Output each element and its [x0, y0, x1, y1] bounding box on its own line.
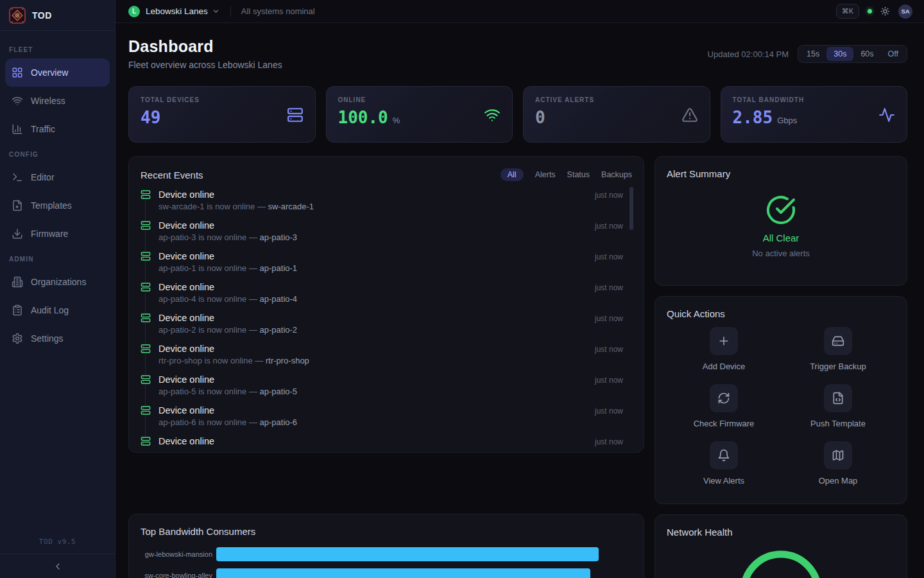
recent-events-panel: Recent Events All Alerts Status Backups — [128, 156, 644, 453]
app-version: TOD v9.5 — [0, 538, 115, 554]
stat-value: 2.85 — [733, 108, 773, 127]
gear-icon — [12, 333, 23, 344]
event-title: Device online — [158, 436, 214, 446]
refresh-icon — [710, 384, 738, 412]
nav-section-fleet: FLEET — [9, 46, 106, 53]
action-label: Open Map — [819, 476, 858, 486]
action-check-firmware[interactable]: Check Firmware — [667, 384, 781, 441]
terminal-icon — [12, 171, 23, 183]
refresh-option-15s[interactable]: 15s — [800, 47, 826, 61]
server-icon — [141, 374, 151, 385]
server-icon — [141, 436, 151, 446]
building-icon — [12, 276, 23, 288]
alert-status-text: All Clear — [763, 232, 800, 243]
stat-label: TOTAL BANDWIDTH — [733, 96, 896, 103]
chevron-down-icon — [212, 7, 220, 15]
event-detail: ap-patio-5 is now online — ap-patio-5 — [158, 387, 632, 396]
sidebar-item-label: Settings — [31, 333, 64, 344]
event-row[interactable]: Device onlinejust now — [141, 434, 632, 448]
event-time: just now — [595, 376, 632, 385]
sidebar-item-label: Audit Log — [31, 305, 69, 315]
event-row[interactable]: Device onlinejust now sw-arcade-1 is now… — [141, 187, 632, 218]
page-subtitle: Fleet overview across Lebowski Lanes — [128, 60, 282, 70]
event-row[interactable]: Device onlinejust now ap-patio-4 is now … — [141, 279, 632, 310]
server-icon — [141, 313, 151, 323]
content-grid: Recent Events All Alerts Status Backups — [128, 156, 907, 578]
event-title: Device online — [158, 313, 214, 323]
action-push-template[interactable]: Push Template — [781, 384, 895, 441]
events-tab-all[interactable]: All — [501, 168, 524, 181]
refresh-option-60s[interactable]: 60s — [853, 47, 880, 61]
sidebar-item-overview[interactable]: Overview — [5, 58, 110, 87]
stat-card-total-bandwidth: TOTAL BANDWIDTH 2.85 Gbps — [721, 86, 908, 143]
sidebar-item-wireless[interactable]: Wireless — [5, 87, 110, 115]
sidebar-item-templates[interactable]: Templates — [5, 191, 110, 220]
sun-icon[interactable] — [880, 6, 890, 16]
content-right-column: Alert Summary All Clear No active alerts… — [654, 156, 907, 578]
event-time: just now — [595, 407, 632, 416]
stat-card-active-alerts: ACTIVE ALERTS 0 — [523, 86, 710, 143]
server-icon — [287, 107, 304, 123]
refresh-option-off[interactable]: Off — [881, 47, 905, 61]
server-icon — [141, 405, 151, 416]
file-code-icon — [824, 384, 852, 412]
sidebar-item-label: Overview — [31, 67, 68, 78]
chevron-left-icon — [53, 561, 63, 572]
map-icon — [824, 441, 852, 469]
sidebar-collapse-button[interactable] — [0, 554, 115, 578]
event-row[interactable]: Device onlinejust now ap-patio-6 is now … — [141, 403, 632, 434]
nav-section-config: CONFIG — [9, 151, 106, 158]
stat-value: 49 — [141, 108, 160, 127]
event-row[interactable]: Device onlinejust now ap-patio-1 is now … — [141, 249, 632, 279]
status-dot — [868, 9, 872, 13]
sidebar-item-label: Organizations — [31, 277, 86, 287]
sidebar-item-label: Traffic — [31, 124, 55, 134]
action-label: Push Template — [810, 419, 866, 428]
event-detail: rtr-pro-shop is now online — rtr-pro-sho… — [158, 356, 632, 365]
refresh-interval-control: 15s 30s 60s Off — [798, 45, 907, 63]
event-time: just now — [595, 314, 632, 323]
event-time: just now — [595, 345, 632, 354]
events-tab-alerts[interactable]: Alerts — [535, 170, 556, 179]
event-time: just now — [595, 222, 632, 231]
hard-drive-icon — [824, 327, 852, 355]
user-avatar[interactable]: SA — [898, 4, 912, 19]
sidebar-item-editor[interactable]: Editor — [5, 163, 110, 191]
refresh-option-30s[interactable]: 30s — [826, 47, 853, 61]
command-palette-button[interactable]: ⌘K — [836, 4, 859, 19]
action-open-map[interactable]: Open Map — [781, 441, 895, 498]
action-trigger-backup[interactable]: Trigger Backup — [781, 327, 895, 384]
events-tab-status[interactable]: Status — [567, 170, 590, 179]
stat-label: TOTAL DEVICES — [141, 96, 304, 103]
action-add-device[interactable]: Add Device — [667, 327, 781, 384]
sidebar-item-firmware[interactable]: Firmware — [5, 220, 110, 248]
event-row[interactable]: Device onlinejust now ap-patio-2 is now … — [141, 310, 632, 341]
org-switcher[interactable]: L Lebowski Lanes — [128, 6, 220, 17]
sidebar-item-organizations[interactable]: Organizations — [5, 268, 110, 296]
wifi-icon — [484, 107, 501, 123]
stat-value: 0 — [535, 108, 545, 127]
event-title: Device online — [158, 374, 214, 385]
event-detail: ap-patio-3 is now online — ap-patio-3 — [158, 232, 632, 242]
events-tabs: All Alerts Status Backups — [501, 168, 632, 181]
server-icon — [141, 344, 151, 354]
sidebar-header: TOD — [0, 0, 115, 31]
event-detail: ap-patio-1 is now online — ap-patio-1 — [158, 263, 632, 273]
event-row[interactable]: Device onlinejust now ap-patio-5 is now … — [141, 372, 632, 403]
health-gauge: 100 — [667, 547, 895, 578]
sidebar-nav: FLEET Overview Wireless Traffic CONFIG — [0, 31, 115, 353]
action-view-alerts[interactable]: View Alerts — [667, 441, 781, 498]
event-title: Device online — [158, 189, 214, 200]
page-title: Dashboard — [128, 37, 282, 56]
events-tab-backups[interactable]: Backups — [601, 170, 632, 179]
event-row[interactable]: Device onlinejust now rtr-pro-shop is no… — [141, 341, 632, 372]
action-label: View Alerts — [703, 476, 744, 486]
events-scrollbar-thumb[interactable] — [629, 187, 633, 230]
event-time: just now — [595, 191, 632, 200]
sidebar-item-audit-log[interactable]: Audit Log — [5, 296, 110, 324]
sidebar-item-settings[interactable]: Settings — [5, 324, 110, 353]
sidebar-item-traffic[interactable]: Traffic — [5, 115, 110, 143]
stat-unit: % — [393, 116, 400, 125]
org-name: Lebowski Lanes — [146, 6, 208, 16]
event-row[interactable]: Device onlinejust now ap-patio-3 is now … — [141, 218, 632, 249]
